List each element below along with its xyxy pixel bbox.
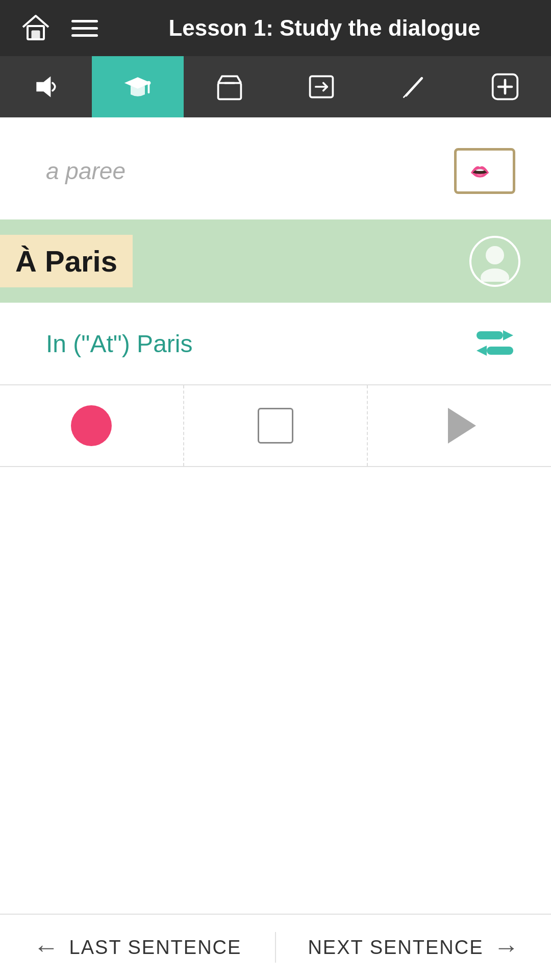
toolbar-study[interactable] bbox=[92, 56, 184, 117]
svg-rect-6 bbox=[218, 83, 241, 100]
swap-icon[interactable] bbox=[474, 328, 515, 359]
controls-row bbox=[0, 385, 551, 467]
home-button[interactable] bbox=[20, 12, 51, 44]
french-text: À Paris bbox=[15, 244, 117, 278]
page-title: Lesson 1: Study the dialogue bbox=[118, 15, 531, 41]
play-triangle bbox=[448, 408, 476, 444]
main-content: a paree 👄 À Paris In ("At") Paris bbox=[0, 117, 551, 620]
svg-rect-18 bbox=[477, 331, 503, 339]
french-highlight: À Paris bbox=[0, 235, 133, 287]
svg-marker-21 bbox=[477, 346, 487, 356]
last-sentence-label: LAST SENTENCE bbox=[69, 937, 242, 959]
toolbar-transfer[interactable] bbox=[276, 56, 367, 117]
play-button[interactable] bbox=[368, 385, 551, 466]
svg-rect-20 bbox=[487, 347, 513, 355]
next-sentence-label: NEXT SENTENCE bbox=[308, 937, 483, 959]
toolbar-add[interactable] bbox=[459, 56, 551, 117]
forward-arrow-icon: → bbox=[494, 933, 519, 962]
last-sentence-button[interactable]: ← LAST SENTENCE bbox=[0, 915, 275, 980]
next-sentence-button[interactable]: NEXT SENTENCE → bbox=[276, 915, 551, 980]
speaker-avatar[interactable] bbox=[469, 236, 520, 287]
top-header: Lesson 1: Study the dialogue bbox=[0, 0, 551, 56]
svg-rect-1 bbox=[32, 31, 39, 39]
toolbar-audio[interactable] bbox=[0, 56, 92, 117]
toolbar bbox=[0, 56, 551, 117]
svg-marker-19 bbox=[503, 330, 513, 340]
stop-button[interactable] bbox=[184, 385, 368, 466]
svg-text:👄: 👄 bbox=[470, 162, 490, 181]
toolbar-practice[interactable] bbox=[184, 56, 276, 117]
content-spacer bbox=[0, 467, 551, 620]
record-button[interactable] bbox=[0, 385, 184, 466]
record-circle bbox=[71, 405, 112, 446]
svg-line-10 bbox=[406, 78, 422, 95]
svg-marker-2 bbox=[36, 76, 51, 97]
french-row: À Paris bbox=[0, 219, 551, 303]
back-arrow-icon: ← bbox=[34, 933, 59, 962]
lip-icon[interactable]: 👄 bbox=[454, 148, 515, 194]
stop-square bbox=[258, 408, 293, 444]
menu-button[interactable] bbox=[71, 20, 98, 37]
translation-row: In ("At") Paris bbox=[0, 303, 551, 385]
pronunciation-row: a paree 👄 bbox=[0, 117, 551, 219]
translation-quote: "At" bbox=[81, 330, 121, 357]
svg-point-16 bbox=[486, 246, 504, 264]
toolbar-write[interactable] bbox=[367, 56, 459, 117]
svg-point-17 bbox=[481, 268, 509, 282]
pronunciation-text: a paree bbox=[46, 157, 126, 185]
bottom-navigation: ← LAST SENTENCE NEXT SENTENCE → bbox=[0, 914, 551, 980]
translation-text: In ("At") Paris bbox=[46, 330, 192, 358]
